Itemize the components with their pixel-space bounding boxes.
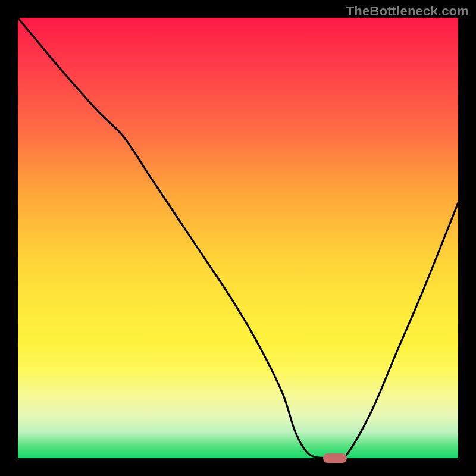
watermark-text: TheBottleneck.com bbox=[346, 4, 469, 19]
bottleneck-curve bbox=[18, 18, 458, 458]
optimal-marker bbox=[323, 453, 347, 463]
chart-frame: TheBottleneck.com bbox=[0, 0, 476, 476]
